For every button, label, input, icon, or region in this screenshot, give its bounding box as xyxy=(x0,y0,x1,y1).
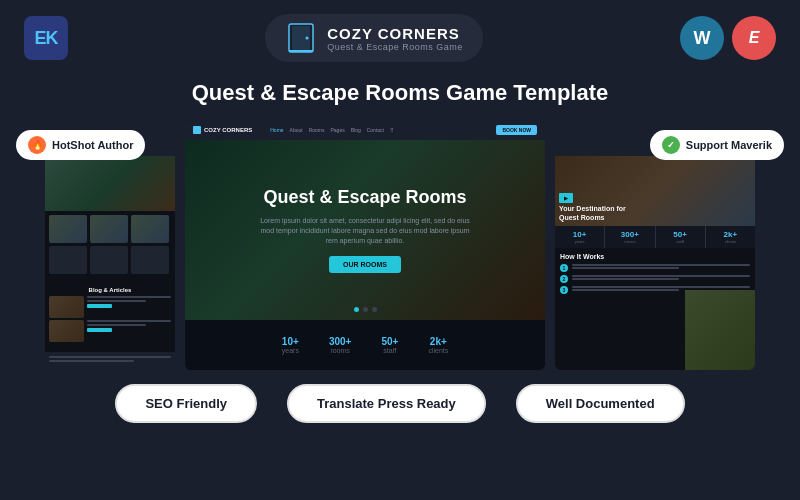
top-bar: EK COZY CORNERS Quest & Escape Rooms Gam… xyxy=(0,0,800,76)
platform-icons: W E xyxy=(680,16,776,60)
carousel-dots xyxy=(354,307,377,312)
mobile-footer xyxy=(45,352,175,370)
main-content: 🔥 HotShot Author ✓ Support Maverik ■ COZ… xyxy=(0,120,800,370)
hero-cta-button[interactable]: OUR ROOMS xyxy=(329,256,401,273)
desktop-navbar: COZY CORNERS Home About Rooms Pages Blog… xyxy=(185,120,545,140)
hero-title: Quest & Escape Rooms xyxy=(263,187,466,208)
nav-brand: COZY CORNERS xyxy=(193,126,252,134)
step-1: 1 xyxy=(560,264,750,272)
mobile-card-4 xyxy=(49,246,87,274)
stat-years: 10+ years xyxy=(555,226,605,248)
mobile-card-2 xyxy=(90,215,128,243)
blog-text-2 xyxy=(87,320,171,342)
mobile-blog: Blog & Articles xyxy=(45,283,175,348)
mobile-card-1 xyxy=(49,215,87,243)
right-hero-text: Your Destination forQuest Rooms xyxy=(559,204,626,222)
brand-logo: COZY CORNERS Quest & Escape Rooms Game xyxy=(265,14,483,62)
right-hero-image: ▶ Your Destination forQuest Rooms xyxy=(555,156,755,226)
step-2: 2 xyxy=(560,275,750,283)
hero-section: Quest & Escape Rooms Lorem ipsum dolor s… xyxy=(185,140,545,320)
stats-bar: 10+ years 300+ rooms 50+ staff 2k+ clien… xyxy=(555,226,755,248)
bottom-badges: SEO Friendly Translate Press Ready Well … xyxy=(0,384,800,423)
mobile-card-5 xyxy=(90,246,128,274)
dot-3 xyxy=(372,307,377,312)
hotshot-icon: 🔥 xyxy=(28,136,46,154)
translate-press-badge: Translate Press Ready xyxy=(287,384,486,423)
desktop-footer: 10+years 300+rooms 50+staff 2k+clients xyxy=(185,320,545,370)
nav-links: Home About Rooms Pages Blog Contact ⠿ xyxy=(270,127,394,133)
stat-clients: 2k+ clients xyxy=(706,226,755,248)
blog-text-1 xyxy=(87,296,171,318)
hotshot-author-badge: 🔥 HotShot Author xyxy=(16,130,145,160)
nav-book-now[interactable]: BOOK NOW xyxy=(496,125,537,135)
svg-rect-3 xyxy=(289,50,313,52)
dot-1 xyxy=(354,307,359,312)
stat-rooms: 300+ rooms xyxy=(605,226,655,248)
elementor-icon: E xyxy=(732,16,776,60)
blog-img-2 xyxy=(49,320,84,342)
mobile-card-6 xyxy=(131,246,169,274)
blog-img-1 xyxy=(49,296,84,318)
ek-logo: EK xyxy=(24,16,68,60)
desktop-preview: COZY CORNERS Home About Rooms Pages Blog… xyxy=(185,120,545,370)
dot-2 xyxy=(363,307,368,312)
stat-staff: 50+ staff xyxy=(656,226,706,248)
svg-point-2 xyxy=(306,37,309,40)
mobile-card-3 xyxy=(131,215,169,243)
mobile-hero-image xyxy=(45,156,175,211)
right-preview: ▶ Your Destination forQuest Rooms 10+ ye… xyxy=(555,140,755,370)
support-icon: ✓ xyxy=(662,136,680,154)
brand-text: COZY CORNERS Quest & Escape Rooms Game xyxy=(327,25,463,52)
mobile-content xyxy=(45,211,175,281)
wordpress-icon: W xyxy=(680,16,724,60)
mobile-preview: ■ COZY CORNERS Blog & Articles xyxy=(45,140,175,370)
right-teal-btn: ▶ xyxy=(559,193,573,203)
well-documented-badge: Well Documented xyxy=(516,384,685,423)
page-title: Quest & Escape Rooms Game Template xyxy=(0,80,800,106)
seo-friendly-badge: SEO Friendly xyxy=(115,384,257,423)
support-maverik-badge: ✓ Support Maverik xyxy=(650,130,784,160)
door-icon xyxy=(285,22,317,54)
hero-body-text: Lorem ipsum dolor sit amet, consectetur … xyxy=(255,216,475,245)
right-corner-image xyxy=(685,290,755,370)
